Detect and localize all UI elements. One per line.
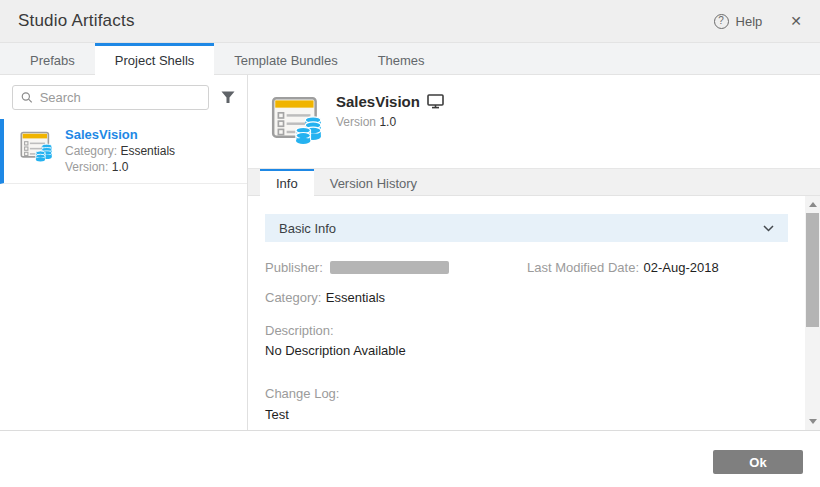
description-value: No Description Available: [265, 343, 788, 358]
help-button[interactable]: ? Help: [714, 14, 763, 29]
close-icon[interactable]: ✕: [790, 14, 802, 28]
detail-tabbar: Info Version History: [248, 168, 820, 196]
tab-project-shells[interactable]: Project Shells: [95, 43, 214, 75]
salesvision-app-icon-large: [268, 90, 326, 146]
scroll-up-arrow[interactable]: [805, 197, 820, 212]
description-label: Description:: [265, 323, 788, 338]
dialog-footer: Ok: [0, 430, 820, 487]
filter-icon[interactable]: [217, 87, 239, 109]
list-item-title[interactable]: SalesVision: [65, 127, 175, 142]
page-title: Studio Artifacts: [18, 11, 135, 31]
publisher-redacted-value: [330, 261, 449, 274]
tab-template-bundles[interactable]: Template Bundles: [214, 43, 357, 74]
tab-prefabs[interactable]: Prefabs: [10, 43, 95, 74]
studio-artifacts-dialog: Studio Artifacts ? Help ✕ Prefabs Projec…: [0, 0, 820, 487]
artifact-list-sidebar: SalesVision Category: Essentials Version…: [0, 75, 248, 430]
info-content-viewport: Basic Info Publisher: Last Modified Date…: [248, 196, 820, 430]
detail-version: Version 1.0: [336, 115, 444, 129]
scroll-down-arrow[interactable]: [805, 414, 820, 429]
artifact-tabbar: Prefabs Project Shells Template Bundles …: [0, 42, 820, 75]
changelog-value: Test: [265, 407, 788, 422]
search-box: [12, 85, 209, 110]
salesvision-app-icon: [18, 127, 55, 163]
list-item-category: Category: Essentials: [65, 144, 175, 158]
window-header: Studio Artifacts ? Help ✕: [0, 0, 820, 42]
detail-panel: SalesVision Version 1.0 Info Version His…: [248, 75, 820, 430]
tab-info[interactable]: Info: [260, 169, 314, 196]
chevron-down-icon[interactable]: [763, 225, 774, 232]
ok-button[interactable]: Ok: [713, 450, 803, 474]
search-icon: [21, 91, 33, 104]
last-modified-label: Last Modified Date:: [527, 260, 639, 275]
basic-info-accordion-header[interactable]: Basic Info: [265, 214, 788, 242]
detail-title: SalesVision: [336, 93, 420, 110]
monitor-icon: [427, 94, 444, 109]
vertical-scrollbar[interactable]: [805, 196, 820, 430]
list-item-version: Version: 1.0: [65, 160, 175, 174]
help-icon: ?: [714, 14, 729, 29]
info-content: Basic Info Publisher: Last Modified Date…: [248, 196, 805, 430]
category-value: Essentials: [326, 290, 385, 305]
tab-version-history[interactable]: Version History: [314, 169, 433, 195]
category-row: Category: Essentials: [265, 288, 788, 306]
basic-info-title: Basic Info: [279, 221, 336, 236]
tab-themes[interactable]: Themes: [358, 43, 445, 74]
search-input[interactable]: [40, 90, 200, 105]
changelog-label: Change Log:: [265, 386, 788, 401]
detail-header: SalesVision Version 1.0: [248, 75, 820, 168]
category-label: Category:: [265, 290, 321, 305]
publisher-row: Publisher: Last Modified Date: 02-Aug-20…: [265, 258, 788, 276]
publisher-label: Publisher:: [265, 260, 323, 275]
help-label: Help: [736, 14, 763, 29]
list-item-salesvision[interactable]: SalesVision Category: Essentials Version…: [0, 119, 247, 184]
scrollbar-thumb[interactable]: [806, 213, 819, 327]
last-modified-value: 02-Aug-2018: [643, 260, 718, 275]
